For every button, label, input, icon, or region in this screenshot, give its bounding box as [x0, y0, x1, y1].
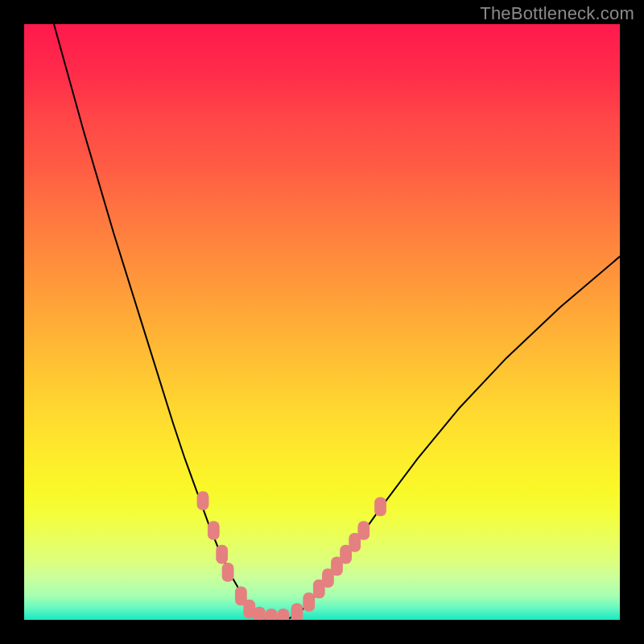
chart-frame: TheBottleneck.com — [0, 0, 644, 644]
watermark-label: TheBottleneck.com — [480, 3, 634, 24]
gradient-background — [24, 24, 620, 620]
plot-area — [24, 24, 620, 620]
